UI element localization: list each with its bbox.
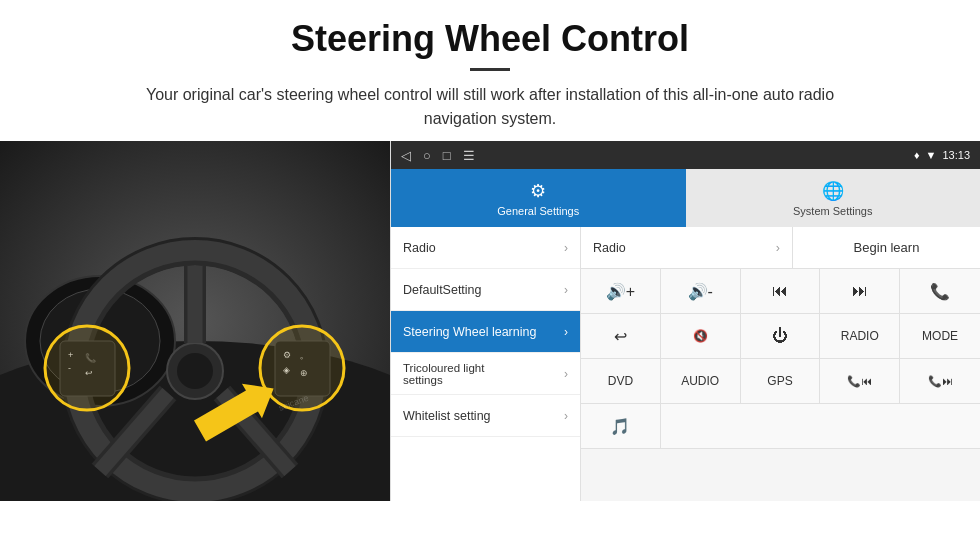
signal-icon: ▼ (926, 149, 937, 161)
tab-general-settings[interactable]: ⚙ General Settings (391, 169, 686, 227)
menu-item-radio[interactable]: Radio › (391, 227, 580, 269)
chevron-icon: › (564, 409, 568, 423)
begin-learn-button[interactable]: Begin learn (792, 227, 980, 268)
vol-up-button[interactable]: 🔊+ (581, 269, 661, 313)
audio-label: AUDIO (681, 374, 719, 388)
phone-prev-button[interactable]: 📞⏮ (820, 359, 900, 403)
location-icon: ♦ (914, 149, 920, 161)
prev-track-button[interactable]: ⏮ (741, 269, 821, 313)
mute-button[interactable]: 🔇 (661, 314, 741, 358)
phone-prev-icon: 📞⏮ (847, 375, 872, 388)
control-row-3: DVD AUDIO GPS 📞⏮ 📞⏭ (581, 359, 980, 404)
mode-button[interactable]: MODE (900, 314, 980, 358)
phone-next-icon: 📞⏭ (928, 375, 953, 388)
music-icon: 🎵 (610, 417, 630, 436)
next-track-button[interactable]: ⏭ (820, 269, 900, 313)
menu-label-steering: Steering Wheel learning (403, 325, 536, 339)
menu-column: Radio › DefaultSetting › Steering Wheel … (391, 227, 581, 501)
control-row-4: 🎵 (581, 404, 980, 449)
chevron-icon: › (564, 283, 568, 297)
status-bar: ◁ ○ □ ☰ ♦ ▼ 13:13 (391, 141, 980, 169)
car-background: ! + (0, 141, 390, 501)
dvd-button[interactable]: DVD (581, 359, 661, 403)
back-call-icon: ↩ (614, 327, 627, 346)
vol-down-button[interactable]: 🔊- (661, 269, 741, 313)
globe-icon: 🌐 (822, 180, 844, 202)
gps-label: GPS (767, 374, 792, 388)
back-button[interactable]: ↩ (581, 314, 661, 358)
phone-icon: 📞 (930, 282, 950, 301)
status-bar-left: ◁ ○ □ ☰ (401, 148, 475, 163)
menu-label-tricoloured: Tricoloured lightsettings (403, 362, 484, 386)
mute-icon: 🔇 (693, 329, 708, 343)
control-grid: Radio › Begin learn 🔊+ 🔊- (581, 227, 980, 501)
svg-point-8 (177, 353, 213, 389)
clock: 13:13 (942, 149, 970, 161)
phone-button[interactable]: 📞 (900, 269, 980, 313)
mode-btn-label: MODE (922, 329, 958, 343)
car-image-area: ! + (0, 141, 390, 501)
menu-item-tricoloured[interactable]: Tricoloured lightsettings › (391, 353, 580, 395)
control-row-2: ↩ 🔇 ⏻ RADIO MODE (581, 314, 980, 359)
status-bar-right: ♦ ▼ 13:13 (914, 149, 970, 161)
home-icon[interactable]: ○ (423, 148, 431, 163)
menu-label-default: DefaultSetting (403, 283, 482, 297)
subtitle-text: Your original car's steering wheel contr… (110, 83, 870, 131)
gps-button[interactable]: GPS (741, 359, 821, 403)
vol-down-icon: 🔊- (688, 282, 713, 301)
android-panel: ◁ ○ □ ☰ ♦ ▼ 13:13 ⚙ General Settings (390, 141, 980, 501)
tabs-row: ⚙ General Settings 🌐 System Settings (391, 169, 980, 227)
empty-cell (661, 404, 980, 448)
radio-text: Radio (593, 241, 626, 255)
chevron-icon: › (564, 325, 568, 339)
gear-icon: ⚙ (530, 180, 546, 202)
menu-label-whitelist: Whitelist setting (403, 409, 491, 423)
power-button[interactable]: ⏻ (741, 314, 821, 358)
tab-system-settings[interactable]: 🌐 System Settings (686, 169, 981, 227)
tab-system-label: System Settings (793, 205, 872, 217)
radio-label: Radio › (581, 241, 792, 255)
vol-up-icon: 🔊+ (606, 282, 635, 301)
header-section: Steering Wheel Control Your original car… (0, 0, 980, 141)
title-divider (470, 68, 510, 71)
menu-item-whitelist[interactable]: Whitelist setting › (391, 395, 580, 437)
radio-btn-label: RADIO (841, 329, 879, 343)
radio-chevron: › (776, 241, 780, 255)
control-row-1: 🔊+ 🔊- ⏮ ⏭ 📞 (581, 269, 980, 314)
menu-icon[interactable]: ☰ (463, 148, 475, 163)
menu-list: Radio › DefaultSetting › Steering Wheel … (391, 227, 980, 501)
next-icon: ⏭ (852, 282, 868, 300)
audio-button[interactable]: AUDIO (661, 359, 741, 403)
prev-icon: ⏮ (772, 282, 788, 300)
tab-general-label: General Settings (497, 205, 579, 217)
page-container: Steering Wheel Control Your original car… (0, 0, 980, 501)
menu-item-default-setting[interactable]: DefaultSetting › (391, 269, 580, 311)
back-icon[interactable]: ◁ (401, 148, 411, 163)
music-icon-button[interactable]: 🎵 (581, 404, 661, 448)
power-icon: ⏻ (772, 327, 788, 345)
dvd-label: DVD (608, 374, 633, 388)
menu-label-radio: Radio (403, 241, 436, 255)
menu-item-steering-wheel[interactable]: Steering Wheel learning › (391, 311, 580, 353)
content-area: ! + (0, 141, 980, 501)
radio-button[interactable]: RADIO (820, 314, 900, 358)
page-title: Steering Wheel Control (40, 18, 940, 60)
steering-wheel-svg: ! + (0, 141, 390, 501)
svg-point-25 (45, 326, 129, 410)
chevron-icon: › (564, 367, 568, 381)
chevron-icon: › (564, 241, 568, 255)
phone-next-button[interactable]: 📞⏭ (900, 359, 980, 403)
recents-icon[interactable]: □ (443, 148, 451, 163)
radio-row: Radio › Begin learn (581, 227, 980, 269)
